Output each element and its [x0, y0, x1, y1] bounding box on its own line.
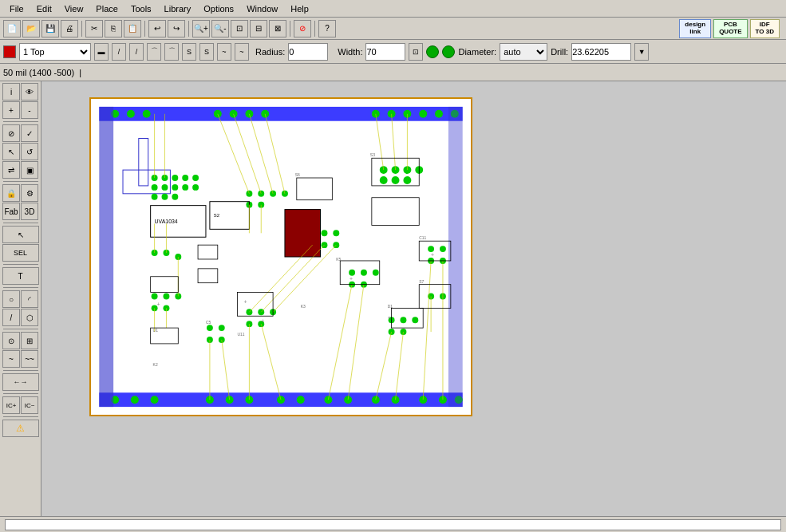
svg-point-46 — [152, 194, 158, 200]
svg-point-60 — [380, 166, 388, 174]
trace-shape-s2[interactable]: S — [199, 43, 214, 61]
left-toolbar: i 👁 + - ⊘ ✓ ↖ ↺ ⇌ ▣ 🔒 ⚙ Fab 3D ↖ — [0, 81, 41, 516]
trace-shape-line1[interactable]: / — [112, 43, 126, 61]
lt-sep7 — [3, 370, 38, 371]
menu-library[interactable]: Library — [158, 2, 198, 15]
lt-remove-layer[interactable]: - — [21, 101, 38, 119]
lt-edit-comp[interactable]: IC~ — [21, 396, 38, 414]
print-button[interactable]: 🖨 — [61, 20, 78, 37]
trace-shape-wave2[interactable]: ~ — [235, 43, 249, 61]
lt-ratsnest[interactable]: ⊘ — [2, 124, 20, 142]
paste-button[interactable]: 📋 — [124, 20, 141, 37]
help-button[interactable]: ? — [318, 20, 336, 37]
stop-button[interactable]: ⊘ — [294, 20, 311, 37]
canvas-area[interactable]: ampiezza pista — [41, 81, 786, 516]
pcb-board[interactable]: UVA1034 — [89, 97, 472, 416]
lt-pad[interactable]: ⊞ — [21, 332, 38, 349]
svg-text:K2: K2 — [153, 363, 158, 367]
zoom-in-button[interactable]: 🔍+ — [192, 20, 210, 37]
lt-route[interactable]: ~ — [2, 350, 20, 368]
width-shape-rect[interactable]: ⊡ — [409, 43, 423, 61]
lt-sep9 — [3, 416, 38, 417]
svg-point-68 — [321, 230, 327, 236]
menu-edit[interactable]: Edit — [30, 2, 58, 15]
lt-move[interactable]: ↖ — [2, 143, 20, 160]
svg-text:S3: S3 — [370, 153, 375, 157]
radius-input[interactable] — [288, 43, 328, 61]
zoom-out-button[interactable]: 🔍- — [211, 20, 229, 37]
svg-text:+: + — [431, 252, 434, 258]
trace-shape-s1[interactable]: S — [182, 43, 196, 61]
green-indicator-2[interactable] — [442, 45, 455, 58]
new-button[interactable]: 📄 — [3, 20, 21, 37]
lt-autoroute[interactable]: ~~ — [21, 350, 38, 368]
svg-point-94 — [373, 270, 379, 276]
undo-button[interactable]: ↩ — [148, 20, 166, 37]
lt-add-layer[interactable]: + — [2, 101, 20, 119]
design-link-button[interactable]: design link — [679, 19, 711, 38]
lt-arc[interactable]: ◜ — [21, 290, 38, 308]
menu-window[interactable]: Window — [240, 2, 284, 15]
svg-point-98 — [440, 246, 446, 252]
svg-point-78 — [152, 294, 158, 300]
trace-shape-rect[interactable]: ▬ — [94, 43, 109, 61]
lt-via[interactable]: ⊙ — [2, 332, 20, 349]
diameter-select[interactable]: auto — [500, 43, 547, 61]
idf-to-3d-button[interactable]: IDF TO 3D — [750, 19, 780, 38]
lt-info[interactable]: i — [2, 83, 20, 100]
lt-text[interactable]: T — [2, 267, 39, 285]
cut-button[interactable]: ✂ — [85, 20, 103, 37]
lt-fab[interactable]: Fab — [2, 203, 20, 220]
trace-shape-wave1[interactable]: ~ — [217, 43, 231, 61]
menu-file[interactable]: File — [3, 2, 30, 15]
menu-view[interactable]: View — [58, 2, 90, 15]
lt-warning: ⚠ — [2, 420, 39, 437]
lt-polygon[interactable]: ⬡ — [21, 309, 38, 326]
svg-text:S2: S2 — [214, 214, 219, 219]
trace-shape-line2[interactable]: / — [129, 43, 144, 61]
zoom-area-button[interactable]: ⊟ — [250, 20, 267, 37]
layer-color-indicator — [3, 45, 16, 58]
statusbar-scroll[interactable] — [5, 519, 781, 530]
menu-help[interactable]: Help — [284, 2, 315, 15]
width-input[interactable] — [365, 43, 405, 61]
lt-3d[interactable]: 3D — [21, 203, 38, 220]
trace-shape-arc1[interactable]: ⌒ — [147, 43, 161, 61]
layer-select[interactable]: 1 Top — [19, 43, 91, 61]
menu-place[interactable]: Place — [89, 2, 124, 15]
trace-shape-arc2[interactable]: ⌒ — [164, 43, 179, 61]
lt-rotate[interactable]: ↺ — [21, 143, 38, 160]
drill-dropdown[interactable]: ▼ — [634, 43, 649, 61]
lt-cursor[interactable]: ↖ — [2, 226, 39, 243]
lt-lock[interactable]: 🔒 — [2, 184, 20, 202]
lt-prop[interactable]: ⚙ — [21, 184, 38, 202]
copy-button[interactable]: ⎘ — [105, 20, 122, 37]
diameter-label: Diameter: — [458, 47, 496, 57]
svg-rect-32 — [99, 107, 113, 407]
pcb-quote-button[interactable]: PCB QUOTE — [713, 19, 747, 38]
svg-point-24 — [297, 396, 305, 404]
svg-rect-105 — [285, 210, 321, 257]
lt-group[interactable]: ▣ — [21, 161, 38, 179]
zoom-fit-button[interactable]: ⊡ — [231, 20, 248, 37]
lt-select[interactable]: SEL — [2, 244, 39, 262]
zoom-prev-button[interactable]: ⊠ — [269, 20, 286, 37]
menu-tools[interactable]: Tools — [124, 2, 158, 15]
lt-line[interactable]: / — [2, 309, 20, 326]
lt-measure[interactable]: ←→ — [2, 373, 39, 391]
lt-circle[interactable]: ○ — [2, 290, 20, 308]
lt-drc[interactable]: ✓ — [21, 124, 38, 142]
lt-mirror[interactable]: ⇌ — [2, 161, 20, 179]
open-button[interactable]: 📂 — [22, 20, 40, 37]
green-indicator-1[interactable] — [426, 45, 439, 58]
save-button[interactable]: 💾 — [41, 20, 59, 37]
drill-input[interactable] — [571, 43, 631, 61]
svg-point-39 — [182, 175, 188, 181]
lt-sep8 — [3, 393, 38, 394]
lt-eye[interactable]: 👁 — [21, 83, 38, 100]
menu-options[interactable]: Options — [197, 2, 240, 15]
redo-button[interactable]: ↪ — [168, 20, 185, 37]
svg-text:UVA1034: UVA1034 — [155, 219, 178, 224]
svg-point-64 — [380, 176, 388, 184]
lt-add-comp[interactable]: IC+ — [2, 396, 20, 414]
